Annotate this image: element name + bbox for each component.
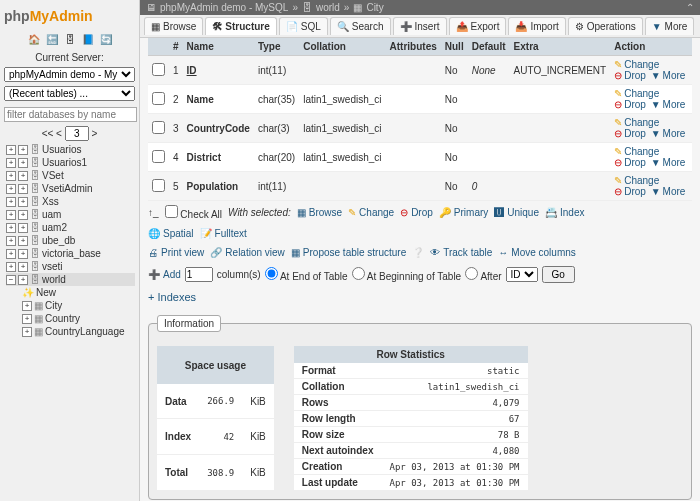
db-tree-item[interactable]: ++🗄uam2	[6, 221, 135, 234]
db-tree-item[interactable]: ++🗄VsetiAdmin	[6, 182, 135, 195]
tab-insert[interactable]: ➕Insert	[393, 17, 447, 35]
drop-link[interactable]: ⊖Drop	[614, 157, 646, 168]
row-name[interactable]: Population	[183, 172, 254, 201]
change-link[interactable]: ✎Change	[614, 59, 659, 70]
plus-icon[interactable]: +	[6, 158, 16, 168]
expand-icon[interactable]: +	[18, 171, 28, 181]
expand-icon[interactable]: +	[18, 197, 28, 207]
expand-icon[interactable]: +	[18, 210, 28, 220]
expand-icon[interactable]: +	[18, 236, 28, 246]
row-name[interactable]: CountryCode	[183, 114, 254, 143]
expand-icon[interactable]: +	[18, 158, 28, 168]
expand-icon[interactable]: +	[18, 275, 28, 285]
drop-link[interactable]: ⊖Drop	[614, 186, 646, 197]
change-link[interactable]: ✎Change	[614, 117, 659, 128]
help-icon[interactable]: ❔	[412, 247, 424, 258]
pager-prev[interactable]: << <	[42, 128, 62, 139]
titlebar-db[interactable]: world	[316, 2, 340, 13]
reload-icon[interactable]: 🔄	[99, 32, 113, 46]
tab-export[interactable]: 📤Export	[449, 17, 507, 35]
db-tree-item[interactable]: −+🗄world	[6, 273, 135, 286]
recent-tables-select[interactable]: (Recent tables) ...	[4, 86, 135, 101]
tab-more[interactable]: ▼More	[645, 17, 695, 35]
db-tree-item[interactable]: ++🗄victoria_base	[6, 247, 135, 260]
logout-icon[interactable]: 🔚	[45, 32, 59, 46]
more-link[interactable]: ▼More	[651, 128, 686, 139]
bulk-browse[interactable]: ▦Browse	[297, 207, 342, 218]
tab-operations[interactable]: ⚙Operations	[568, 17, 643, 35]
opt-after[interactable]: After	[465, 267, 501, 282]
row-checkbox[interactable]	[152, 150, 165, 163]
db-tree-item[interactable]: ++🗄VSet	[6, 169, 135, 182]
more-link[interactable]: ▼More	[651, 186, 686, 197]
expand-icon[interactable]: +	[18, 145, 28, 155]
home-icon[interactable]: 🏠	[27, 32, 41, 46]
expand-icon[interactable]: +	[18, 262, 28, 272]
db-tree-item[interactable]: ++🗄vseti	[6, 260, 135, 273]
db-tree-item[interactable]: ++🗄Usuarios	[6, 143, 135, 156]
opt-end[interactable]: At End of Table	[265, 267, 348, 282]
table-tree-item[interactable]: +▦CountryLanguage	[6, 325, 135, 338]
table-tree-item[interactable]: +▦City	[6, 299, 135, 312]
sql-icon[interactable]: 🗄	[63, 32, 77, 46]
more-link[interactable]: ▼More	[651, 70, 686, 81]
row-name[interactable]: District	[183, 143, 254, 172]
check-all[interactable]: Check All	[165, 205, 222, 220]
server-select[interactable]: phpMyAdmin demo - My	[4, 67, 135, 82]
pager-input[interactable]	[65, 126, 89, 141]
print-view[interactable]: 🖨Print view	[148, 247, 204, 258]
change-link[interactable]: ✎Change	[614, 175, 659, 186]
tab-import[interactable]: 📥Import	[508, 17, 565, 35]
row-checkbox[interactable]	[152, 63, 165, 76]
table-tree-item[interactable]: ✨New	[6, 286, 135, 299]
bulk-spatial[interactable]: 🌐Spatial	[148, 228, 194, 239]
add-count-input[interactable]	[185, 267, 213, 282]
go-button[interactable]: Go	[542, 266, 575, 283]
change-link[interactable]: ✎Change	[614, 88, 659, 99]
tab-structure[interactable]: 🛠Structure	[205, 17, 276, 35]
plus-icon[interactable]: +	[6, 249, 16, 259]
plus-icon[interactable]: +	[6, 184, 16, 194]
expand-icon[interactable]: +	[18, 249, 28, 259]
drop-link[interactable]: ⊖Drop	[614, 99, 646, 110]
plus-icon[interactable]: +	[6, 145, 16, 155]
add-link[interactable]: ➕Add	[148, 269, 181, 280]
plus-icon[interactable]: +	[6, 210, 16, 220]
titlebar-server[interactable]: phpMyAdmin demo - MySQL	[160, 2, 288, 13]
drop-link[interactable]: ⊖Drop	[614, 70, 646, 81]
plus-icon[interactable]: +	[6, 171, 16, 181]
row-checkbox[interactable]	[152, 179, 165, 192]
change-link[interactable]: ✎Change	[614, 146, 659, 157]
docs-icon[interactable]: 📘	[81, 32, 95, 46]
row-checkbox[interactable]	[152, 121, 165, 134]
tab-search[interactable]: 🔍Search	[330, 17, 391, 35]
bulk-fulltext[interactable]: 📝Fulltext	[200, 228, 247, 239]
db-tree-item[interactable]: ++🗄Usuarios1	[6, 156, 135, 169]
row-checkbox[interactable]	[152, 92, 165, 105]
bulk-index[interactable]: 📇Index	[545, 207, 584, 218]
plus-icon[interactable]: +	[6, 223, 16, 233]
table-tree-item[interactable]: +▦Country	[6, 312, 135, 325]
minus-icon[interactable]: −	[6, 275, 16, 285]
row-name[interactable]: ID	[183, 56, 254, 85]
logo[interactable]: phpMyAdmin	[4, 4, 135, 28]
tab-sql[interactable]: 📄SQL	[279, 17, 328, 35]
filter-databases-input[interactable]	[4, 107, 137, 122]
opt-begin[interactable]: At Beginning of Table	[352, 267, 462, 282]
expand-icon[interactable]: +	[18, 223, 28, 233]
row-name[interactable]: Name	[183, 85, 254, 114]
tab-browse[interactable]: ▦Browse	[144, 17, 203, 35]
plus-icon[interactable]: +	[22, 327, 32, 337]
titlebar-table[interactable]: City	[366, 2, 383, 13]
expand-icon[interactable]: +	[18, 184, 28, 194]
plus-icon[interactable]: +	[22, 314, 32, 324]
more-link[interactable]: ▼More	[651, 157, 686, 168]
collapse-icon[interactable]: ⌃	[686, 2, 694, 13]
track-table[interactable]: 👁Track table	[430, 247, 492, 258]
propose-structure[interactable]: ▦Propose table structure	[291, 247, 406, 258]
relation-view[interactable]: 🔗Relation view	[210, 247, 284, 258]
pager-next[interactable]: >	[92, 128, 98, 139]
plus-icon[interactable]: +	[6, 262, 16, 272]
db-tree-item[interactable]: ++🗄ube_db	[6, 234, 135, 247]
indexes-toggle[interactable]: + Indexes	[148, 287, 196, 307]
